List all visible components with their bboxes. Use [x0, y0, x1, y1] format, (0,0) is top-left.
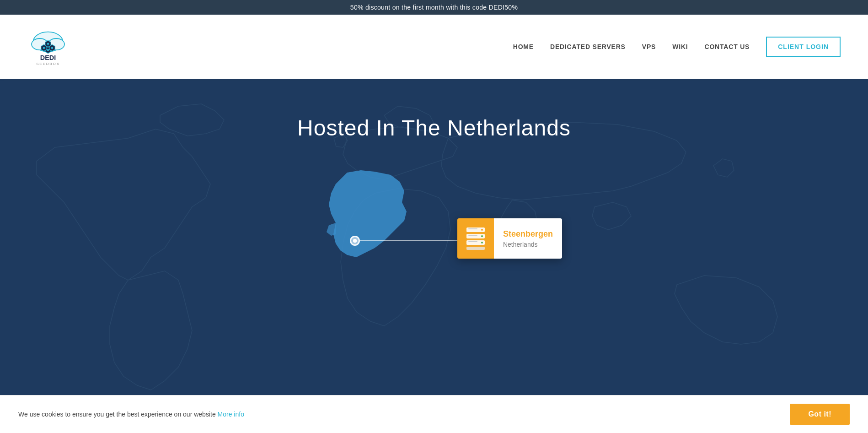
svg-rect-18 [468, 235, 477, 236]
card-icon-area [457, 218, 494, 259]
main-nav: HOME DEDICATED SERVERS VPS WIKI CONTACT … [513, 37, 841, 57]
logo-icon: DEDI SEEDBOX [27, 26, 69, 67]
hero-section: Hosted In The Netherlands [0, 79, 868, 427]
nav-dedicated-servers[interactable]: DEDICATED SERVERS [550, 43, 626, 50]
svg-point-17 [481, 235, 483, 237]
svg-rect-15 [468, 228, 477, 229]
location-city: Steenbergen [503, 229, 553, 239]
cookie-more-info-link[interactable]: More info [218, 411, 244, 418]
svg-point-9 [51, 47, 54, 49]
svg-text:SEEDBOX: SEEDBOX [36, 62, 60, 66]
nav-vps[interactable]: VPS [642, 43, 656, 50]
svg-rect-22 [466, 247, 485, 250]
hero-title: Hosted In The Netherlands [297, 115, 571, 141]
card-info-area: Steenbergen Netherlands [494, 218, 562, 259]
banner-text: 50% discount on the first month with thi… [350, 4, 518, 11]
location-country: Netherlands [503, 241, 553, 248]
svg-point-7 [47, 49, 49, 51]
cookie-text: We use cookies to ensure you get the bes… [18, 411, 244, 418]
svg-point-14 [481, 229, 483, 231]
site-header: DEDI SEEDBOX HOME DEDICATED SERVERS VPS … [0, 15, 868, 79]
svg-point-20 [481, 242, 483, 244]
nav-home[interactable]: HOME [513, 43, 534, 50]
nav-contact-us[interactable]: CONTACT US [704, 43, 750, 50]
svg-rect-21 [468, 241, 477, 242]
logo-link[interactable]: DEDI SEEDBOX [27, 26, 69, 67]
map-area: Steenbergen Netherlands [306, 168, 562, 296]
got-it-button[interactable]: Got it! [790, 404, 850, 425]
cookie-bar: We use cookies to ensure you get the bes… [0, 395, 868, 427]
svg-text:DEDI: DEDI [40, 54, 56, 61]
location-card: Steenbergen Netherlands [457, 218, 562, 259]
top-banner: 50% discount on the first month with thi… [0, 0, 868, 15]
nav-wiki[interactable]: WIKI [672, 43, 688, 50]
location-dot [350, 236, 360, 246]
svg-point-8 [43, 47, 45, 49]
client-login-button[interactable]: CLIENT LOGIN [766, 37, 841, 57]
server-rack-icon [465, 226, 487, 251]
netherlands-map [320, 168, 420, 278]
svg-point-10 [47, 43, 49, 45]
